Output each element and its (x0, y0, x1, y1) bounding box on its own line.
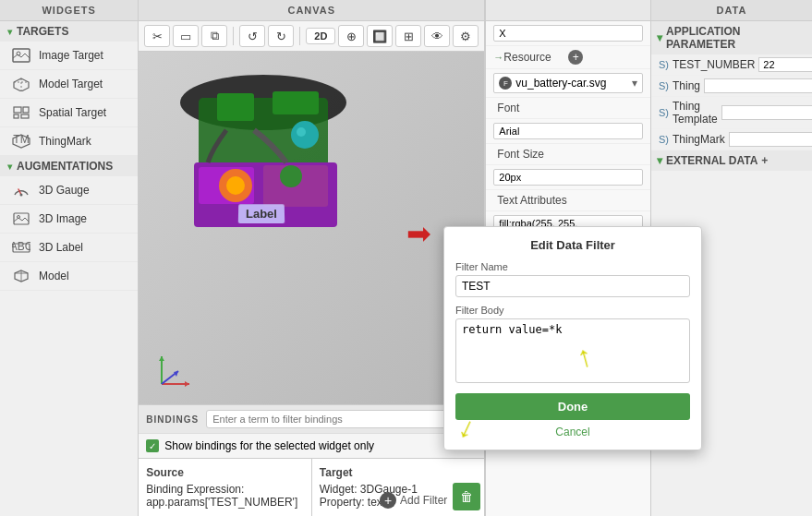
thingmark-widget-label: ThingMark (39, 135, 91, 148)
source-value: Binding Expression: app.params['TEST_NUM… (146, 483, 304, 509)
thingmark-data-icon: S) (659, 134, 669, 145)
resource-dropdown-arrow: ▾ (632, 77, 637, 90)
test-number-label: TEST_NUMBER (673, 58, 755, 71)
resource-dropdown[interactable]: F vu_battery-car.svg ▾ (493, 73, 643, 93)
resource-add-button[interactable]: + (568, 50, 583, 65)
resource-label: Resource (503, 51, 568, 64)
add-filter-button[interactable]: + Add Filter (380, 492, 447, 509)
x-value-input[interactable] (493, 25, 643, 42)
augmentations-label: AUGMENTATIONS (17, 160, 113, 173)
bindings-target-panel: Target Widget: 3DGauge-1 Property: text … (312, 459, 485, 516)
bindings-search-input[interactable] (206, 410, 477, 428)
3d-gauge-label: 3D Gauge (39, 184, 90, 197)
image-target-icon (11, 47, 31, 64)
svg-point-21 (226, 176, 245, 195)
canvas-toolbar: ✂ ▭ ⧉ ↺ ↻ 2D ⊕ 🔲 ⊞ 👁 ⚙ (139, 21, 484, 52)
2d-toggle-button[interactable]: 2D (306, 28, 335, 44)
svg-rect-4 (14, 114, 18, 118)
engine-3d-model (143, 56, 383, 278)
3d-image-icon (11, 210, 31, 227)
filter-name-input[interactable] (455, 275, 690, 297)
app-params-label: APPLICATION PARAMETER (666, 25, 806, 51)
targets-section-header[interactable]: ▾ TARGETS (0, 21, 138, 42)
font-prop-row: Font (486, 98, 650, 119)
toolbar-sep-1 (233, 27, 234, 45)
canvas-axes (152, 347, 199, 393)
modal-done-button[interactable]: Done (455, 393, 690, 420)
data-item-test-number: S) TEST_NUMBER (651, 54, 812, 76)
sidebar-item-image-target[interactable]: Image Target (0, 42, 138, 70)
model-target-label: Model Target (39, 78, 103, 90)
sidebar-item-model[interactable]: Model (0, 262, 138, 291)
sidebar-item-thingmark[interactable]: TM ThingMark (0, 127, 138, 156)
thing-value[interactable] (704, 78, 812, 93)
text-attr-label: Text Attributes (497, 194, 566, 207)
filter-name-label: Filter Name (455, 261, 690, 272)
zoom-button[interactable]: ⊕ (338, 25, 364, 47)
app-params-header[interactable]: ▾ APPLICATION PARAMETER (651, 21, 812, 54)
toolbar-sep-2 (299, 27, 300, 45)
settings-button[interactable]: ⚙ (453, 25, 479, 47)
filter-body-textarea[interactable]: return value=*k (455, 318, 690, 383)
thing-template-value[interactable] (721, 105, 812, 120)
filter-body-label: Filter Body (455, 305, 690, 316)
resource-file-row: F vu_battery-car.svg ▾ (486, 69, 650, 98)
external-data-header[interactable]: ▾ EXTERNAL DATA + (651, 150, 812, 171)
thingmark-data-label: ThingMark (673, 133, 725, 146)
font-size-label-row: Font Size (486, 144, 650, 165)
show-bindings-checkbox[interactable]: ✓ (146, 439, 159, 452)
sidebar-item-spatial-target[interactable]: Spatial Target (0, 99, 138, 127)
cut-tool-button[interactable]: ✂ (144, 25, 170, 47)
thingmark-icon: TM (11, 133, 31, 150)
sidebar-item-model-target[interactable]: Model Target (0, 70, 138, 99)
modal-cancel-link[interactable]: Cancel (455, 426, 690, 438)
svg-rect-16 (273, 91, 319, 114)
pan-button[interactable]: 🔲 (367, 25, 393, 47)
sidebar-item-3d-gauge[interactable]: 3D Gauge (0, 176, 138, 205)
targets-label: TARGETS (17, 25, 68, 38)
canvas-header: CANVAS (139, 0, 484, 21)
test-number-value[interactable] (758, 57, 812, 72)
text-attr-label-row: Text Attributes (486, 190, 650, 211)
thing-icon: S) (659, 80, 669, 91)
svg-point-8 (20, 194, 23, 197)
resource-file-icon: F (499, 77, 512, 90)
font-input[interactable] (493, 123, 643, 139)
data-panel-header: DATA (651, 0, 812, 21)
resource-prop-row: → Resource + (486, 46, 650, 69)
sidebar-item-3d-label[interactable]: ABC 3D Label (0, 234, 138, 262)
3d-image-label: 3D Image (39, 212, 87, 225)
props-section-header (486, 0, 650, 21)
resource-arrow-icon: → (493, 52, 503, 63)
3d-label-element: Label (238, 204, 285, 223)
undo-button[interactable]: ↺ (239, 25, 265, 47)
eye-button[interactable]: 👁 (424, 25, 450, 47)
rect-tool-button[interactable]: ▭ (173, 25, 199, 47)
snap-button[interactable]: ⊞ (395, 25, 421, 47)
app-params-chevron: ▾ (657, 31, 662, 44)
font-size-input[interactable] (493, 169, 643, 186)
svg-point-22 (280, 165, 302, 187)
red-arrow-annotation: ➡ (406, 216, 431, 251)
font-label: Font (497, 102, 562, 114)
model-icon (11, 268, 31, 284)
canvas-area[interactable]: Label ➡ (139, 52, 484, 404)
widgets-header: WIDGETS (0, 0, 138, 21)
external-data-add-icon[interactable]: + (761, 154, 768, 167)
model-label: Model (39, 270, 69, 282)
data-item-thingmark: S) ThingMark (651, 129, 812, 150)
bindings-bottom-section: Source Binding Expression: app.params['T… (139, 458, 484, 516)
add-filter-plus-icon: + (380, 492, 396, 509)
delete-binding-button[interactable]: 🗑 (453, 483, 480, 510)
svg-text:TM: TM (13, 134, 29, 146)
svg-rect-2 (14, 107, 21, 113)
redo-button[interactable]: ↻ (268, 25, 294, 47)
augmentations-chevron: ▾ (7, 162, 12, 172)
svg-text:ABC: ABC (12, 240, 30, 253)
modal-title: Edit Data Filter (455, 238, 690, 252)
copy-tool-button[interactable]: ⧉ (201, 25, 227, 47)
augmentations-section-header[interactable]: ▾ AUGMENTATIONS (0, 156, 138, 176)
sidebar-item-3d-image[interactable]: 3D Image (0, 205, 138, 234)
thingmark-data-value[interactable] (729, 132, 812, 147)
3d-label-icon: ABC (11, 239, 31, 256)
